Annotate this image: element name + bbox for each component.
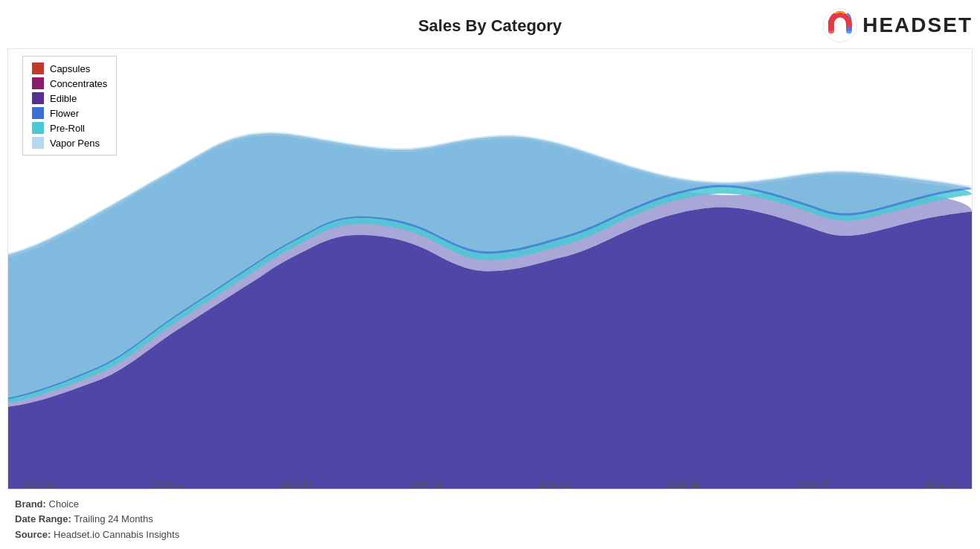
footer-brand: Brand: Choice [15, 497, 179, 513]
legend-item-edible: Edible [32, 92, 107, 104]
chart-area [7, 48, 973, 489]
legend-swatch-capsules [32, 62, 44, 74]
date-range-value: Trailing 24 Months [74, 513, 153, 524]
x-label-2: 2023-07 [281, 481, 313, 491]
x-label-5: 2024-04 [667, 481, 699, 491]
x-label-1: 2023-04 [151, 481, 184, 491]
legend-label-capsules: Capsules [50, 63, 90, 74]
x-label-0: 2023-01 [22, 481, 55, 491]
chart-legend: Capsules Concentrates Edible Flower Pre-… [22, 56, 117, 155]
x-label-4: 2024-01 [538, 481, 571, 491]
source-value: Headset.io Cannabis Insights [54, 529, 179, 540]
x-label-3: 2023-10 [409, 481, 442, 491]
chart-title: Sales By Category [0, 16, 980, 36]
x-label-7: 2024-10 [925, 481, 958, 491]
chart-svg [8, 49, 972, 489]
footer-source: Source: Headset.io Cannabis Insights [15, 527, 179, 543]
legend-item-capsules: Capsules [32, 62, 107, 74]
x-axis-labels: 2023-01 2023-04 2023-07 2023-10 2024-01 … [7, 481, 973, 491]
legend-label-vaporpens: Vapor Pens [50, 138, 100, 149]
legend-swatch-vaporpens [32, 137, 44, 149]
legend-item-preroll: Pre-Roll [32, 122, 107, 134]
legend-swatch-flower [32, 107, 44, 119]
legend-label-flower: Flower [50, 108, 79, 119]
legend-item-concentrates: Concentrates [32, 77, 107, 89]
brand-label: Brand: [15, 498, 46, 510]
legend-swatch-concentrates [32, 77, 44, 89]
date-range-label: Date Range: [15, 513, 71, 524]
legend-swatch-preroll [32, 122, 44, 134]
footer-date-range: Date Range: Trailing 24 Months [15, 512, 179, 527]
legend-label-preroll: Pre-Roll [50, 123, 85, 134]
legend-item-flower: Flower [32, 107, 107, 119]
footer-info: Brand: Choice Date Range: Trailing 24 Mo… [15, 497, 179, 543]
legend-label-edible: Edible [50, 93, 77, 104]
legend-item-vaporpens: Vapor Pens [32, 137, 107, 149]
x-label-6: 2024-07 [796, 481, 829, 491]
brand-value: Choice [49, 498, 79, 510]
source-label: Source: [15, 529, 51, 540]
legend-swatch-edible [32, 92, 44, 104]
legend-label-concentrates: Concentrates [50, 78, 107, 89]
